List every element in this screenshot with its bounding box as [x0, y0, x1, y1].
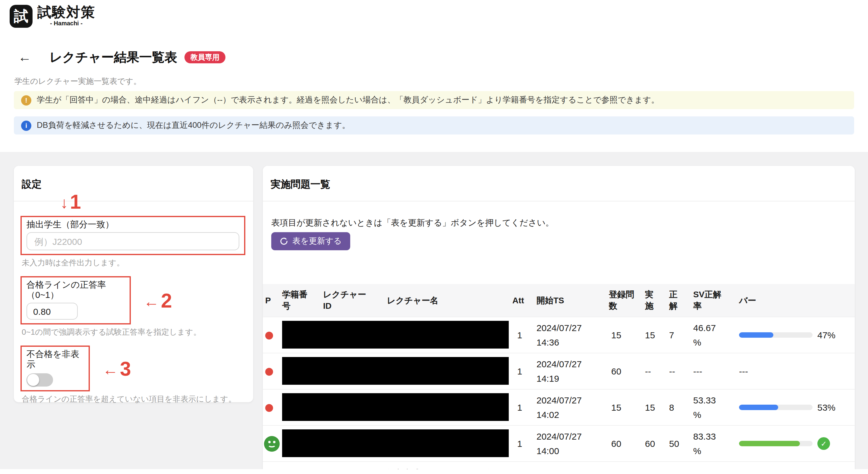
refresh-hint: 表項目が更新されないときは「表を更新する」ボタンを押してください。 [271, 218, 855, 227]
progress-bar-fill [739, 405, 778, 410]
page-title: レクチャー結果一覧表 [50, 49, 177, 66]
annotation-2-number: 2 [161, 290, 172, 310]
passline-label: 合格ラインの正答率（0~1） [27, 280, 125, 300]
cell-sv-rate: 83.33 % [684, 429, 730, 458]
app-root: 試 試験対策 - Hamachi - ← レクチャー結果一覧表 教員専用 学生の… [0, 0, 868, 474]
annotation-2: ← 2 [144, 290, 172, 310]
redaction-overlay [282, 393, 509, 421]
student-filter-highlight-box: 抽出学生（部分一致） [21, 216, 245, 255]
student-filter-input[interactable] [27, 232, 239, 250]
cell-start-ts: 2024/07/27 14:36 [533, 321, 604, 350]
topbar: 試 試験対策 - Hamachi - [0, 0, 868, 23]
col-header-correct: 正解 [662, 289, 684, 312]
col-header-registered: 登録問数 [604, 289, 638, 312]
cell-att: 1 [511, 364, 533, 378]
redaction-overlay [282, 429, 509, 457]
results-title: 実施問題一覧 [263, 166, 855, 201]
passline-row: 合格ラインの正答率（0~1） ← 2 [21, 276, 247, 324]
table-row: 12024/07/27 14:1960---------- [263, 353, 855, 389]
cell-att: 1 [511, 328, 533, 342]
cell-registered: 60 [604, 364, 638, 378]
hidefail-toggle[interactable] [27, 373, 53, 387]
cell-correct: -- [662, 364, 684, 378]
cell-start-ts: 2024/07/27 14:02 [533, 393, 604, 422]
cell-att: 1 [511, 400, 533, 415]
progress-bar-track [739, 405, 812, 410]
col-header-att: Att [511, 295, 533, 306]
content-area: 設定 ↓ 1 抽出学生（部分一致） 未入力時は全件出力します。 合格ラインの正答… [0, 152, 868, 469]
col-header-sv-rate: SV正解率 [684, 289, 730, 312]
cell-start-ts: 2024/07/27 14:00 [533, 429, 604, 458]
cell-p [263, 328, 278, 342]
cell-sv-rate: 26.67 [684, 466, 730, 469]
brand-block: 試験対策 - Hamachi - [37, 5, 95, 27]
col-header-student-id: 学籍番号 [278, 289, 319, 312]
warning-icon: ! [21, 95, 31, 105]
table-row: 12024/07/27 14:021515853.33 %53% [263, 389, 855, 425]
progress-bar-fill [739, 332, 774, 338]
page-description: 学生のレクチャー実施一覧表です。 [14, 77, 868, 86]
cell-sv-rate: 53.33 % [684, 393, 730, 422]
cell-attempted: -- [638, 364, 662, 378]
pass-check-icon: ✓ [817, 437, 830, 450]
bar-percent-label: 47% [817, 328, 835, 342]
hidefail-label: 不合格を非表示 [27, 349, 84, 370]
annotation-1: ↓ 1 [60, 192, 81, 212]
info-icon: i [21, 120, 31, 130]
hidefail-row: 不合格を非表示 ← 3 [21, 346, 247, 391]
pass-smiley-icon [264, 436, 280, 451]
progress-bar-track [739, 332, 812, 338]
bar-empty-label: --- [739, 364, 748, 378]
cell-p [263, 364, 278, 378]
cell-p [263, 400, 278, 415]
cell-bar: 53% [730, 400, 855, 415]
cell-sv-rate: 46.67 % [684, 321, 730, 350]
col-header-bar: バー [730, 295, 855, 306]
cell-bar: 47% [730, 328, 855, 342]
cell-registered: 15 [604, 400, 638, 415]
cell-attempted: 15 [638, 400, 662, 415]
left-arrow-icon: ← [144, 293, 159, 310]
brand-name: 試験対策 [37, 5, 95, 19]
cell-p [263, 436, 278, 451]
results-panel: 実施問題一覧 表項目が更新されないときは「表を更新する」ボタンを押してください。… [263, 166, 855, 469]
passline-input[interactable] [27, 303, 78, 320]
annotation-1-number: 1 [70, 192, 81, 212]
toggle-knob [27, 374, 39, 386]
student-filter-label: 抽出学生（部分一致） [27, 219, 239, 230]
annotation-3: ← 3 [102, 358, 131, 378]
annotation-3-number: 3 [120, 358, 131, 378]
brand-subtitle: - Hamachi - [37, 20, 95, 27]
warning-text: 学生が「回答中」の場合、途中経過はハイフン（--）で表示されます。経過を照会した… [37, 95, 659, 106]
settings-body: 抽出学生（部分一致） 未入力時は全件出力します。 合格ラインの正答率（0~1） … [14, 216, 253, 404]
cell-correct: 7 [662, 328, 684, 342]
settings-title: 設定 [14, 166, 253, 201]
back-arrow-icon[interactable]: ← [18, 51, 31, 64]
cell-correct: 50 [662, 436, 684, 451]
cell-sv-rate: --- [684, 364, 730, 378]
down-arrow-icon: ↓ [60, 195, 68, 212]
refresh-table-button[interactable]: 表を更新する [271, 232, 350, 250]
app-logo-icon[interactable]: 試 [10, 5, 33, 28]
cell-attempted: 60 [638, 436, 662, 451]
cell-start-ts: 2024/07/27 14:19 [533, 357, 604, 386]
in-progress-dot-icon [265, 368, 273, 376]
table-row: 学生生成：2024-07-27（色2024/07/2726.67 [263, 461, 855, 469]
passline-help: 0~1の間で強調表示する試験正答率を指定します。 [22, 327, 247, 337]
teacher-only-badge: 教員専用 [184, 51, 225, 63]
table-row: 12024/07/27 14:0060605083.33 %✓ [263, 425, 855, 461]
cell-start-ts: 2024/07/27 [533, 466, 604, 469]
cell-bar: ✓ [730, 437, 855, 450]
warning-banner: ! 学生が「回答中」の場合、途中経過はハイフン（--）で表示されます。経過を照会… [14, 91, 854, 109]
student-filter-help: 未入力時は全件出力します。 [22, 258, 247, 268]
col-header-start-ts: 開始TS [533, 295, 604, 306]
bar-percent-label: 53% [817, 400, 835, 415]
info-banner: i DB負荷を軽減させるために、現在は直近400件のレクチャー結果のみ照会できま… [14, 116, 854, 135]
redaction-overlay [282, 321, 509, 349]
col-header-p: P [263, 295, 278, 306]
cell-att: 1 [511, 436, 533, 451]
page-head: ← レクチャー結果一覧表 教員専用 [18, 50, 868, 65]
cell-registered: 15 [604, 328, 638, 342]
info-text: DB負荷を軽減させるために、現在は直近400件のレクチャー結果のみ照会できます。 [37, 120, 350, 131]
table-body: 12024/07/27 14:361515746.67 %47%12024/07… [263, 317, 855, 469]
